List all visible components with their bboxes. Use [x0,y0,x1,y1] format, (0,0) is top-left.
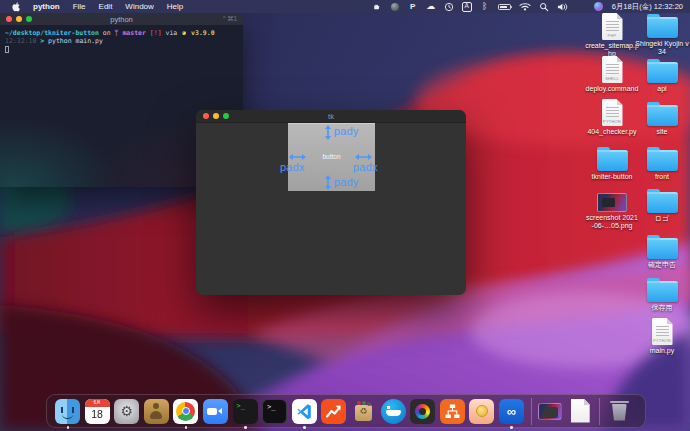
desktop-icon-tax-folder[interactable]: 確定申告 [635,234,689,269]
desktop-icon-api-folder[interactable]: api [635,58,689,93]
desktop-icon-tkniter-button-folder[interactable]: tkniter-button [585,146,639,181]
dock-item-trash[interactable] [607,399,632,424]
p-app-icon[interactable]: P [408,1,418,12]
dock-item-iterm[interactable]: >_ [262,399,287,424]
terminal-window-title: python [0,15,243,24]
dock-item-appcleaner[interactable]: ♻ [351,399,376,424]
person-icon [144,399,169,424]
time-machine-icon[interactable] [444,1,454,12]
terminal-titlebar[interactable]: python ⌃⌘1 [0,13,243,25]
git-branch-icon: ᛘ [115,29,119,37]
dock-item-quicktime[interactable] [410,399,435,424]
padx-left-arrow-icon [289,153,306,161]
desktop-icon-site-folder[interactable]: site [635,101,689,136]
recycle-bag-icon: ♻ [351,399,376,424]
git-branch-name: master [122,29,145,37]
cloud-icon[interactable]: ☁ [426,1,436,12]
control-center-icon[interactable] [576,3,586,11]
wifi-icon[interactable] [519,1,531,12]
desktop-icon-404-checker-py[interactable]: PYTHON 404_checker.py [585,99,639,136]
file-icon: PYTHON [652,318,673,345]
running-indicator [303,426,306,429]
desktop-icon-label: site [635,128,689,136]
trend-arrow-icon [321,399,346,424]
padx-right-label: padx [353,161,378,173]
desktop-icon-label: create_sitemap.php [585,42,639,57]
dock-item-system-preferences[interactable]: ⚙ [114,399,139,424]
pancake-icon [469,399,494,424]
video-camera-icon [203,399,228,424]
dock-item-contacts[interactable] [144,399,169,424]
menu-item-help[interactable]: Help [167,2,183,11]
menu-item-window[interactable]: Window [125,2,153,11]
file-icon: PHP [602,13,623,40]
folder-icon [647,150,678,171]
input-method-icon[interactable]: A [462,2,472,12]
gear-icon: ⚙ [114,399,139,424]
dock-item-database-app[interactable] [469,399,494,424]
python-icon [182,31,186,35]
prompt-line-2: 12:32:10 > python main.py [5,37,238,45]
desktop-icon-create-sitemap-php[interactable]: PHP create_sitemap.php [585,13,639,57]
siri-icon[interactable] [594,1,604,12]
file-type-badge: SHELL [602,76,623,81]
menu-item-file[interactable]: File [73,2,86,11]
dock: 6月 18 ⚙ >_ >_ ♻ [46,394,646,428]
running-indicator [510,426,513,429]
dock-item-calendar[interactable]: 6月 18 [85,399,110,424]
padx-right-arrow-icon [355,153,372,161]
dock-item-vscode[interactable] [292,399,317,424]
folder-icon [647,105,678,126]
desktop-icon-save-folder[interactable]: 保存用 [635,277,689,312]
desktop-icon-screenshot-png[interactable]: screenshot 2021-06-…05.png [585,188,639,229]
volume-icon[interactable] [557,1,568,12]
dock-item-sitemap-app[interactable] [440,399,465,424]
desktop-icon-label: screenshot 2021-06-…05.png [585,214,639,229]
desktop-icon-deploy-command[interactable]: SHELL deploy.command [585,56,639,93]
dock-item-recent-document[interactable] [568,399,593,424]
desktop-icon-label: deploy.command [585,85,639,93]
menu-bar: python File Edit Window Help P ☁ A ᛒ 6月1… [0,0,690,13]
dock-item-zoom[interactable] [203,399,228,424]
dock-item-chrome[interactable] [173,399,198,424]
running-indicator [67,426,70,429]
folder-icon [647,62,678,83]
tk-window: tk button pady pady padx padx [196,110,466,295]
menu-bar-clock[interactable]: 6月18日(金) 12:32:20 [612,2,683,12]
dock-item-docker[interactable] [381,399,406,424]
tk-titlebar[interactable]: tk [196,110,466,123]
hand-icon[interactable] [372,1,382,12]
desktop-icon-front-folder[interactable]: front [635,146,689,181]
dock-item-minimized-window[interactable] [538,399,563,424]
org-chart-icon [440,399,465,424]
dock-item-chart-arrow-app[interactable] [321,399,346,424]
file-icon: PYTHON [602,99,623,126]
document-icon [571,399,590,423]
python-version: v3.9.0 [191,29,214,37]
dock-item-finder[interactable] [55,399,80,424]
desktop-icon-logo-folder[interactable]: ロゴ [635,188,689,223]
pady-bottom-label: pady [334,176,359,188]
spotlight-icon[interactable] [539,1,549,12]
desktop-icon-label: 保存用 [635,304,689,312]
menu-app-name[interactable]: python [33,2,60,11]
image-thumbnail-icon [597,193,627,212]
folder-icon [647,17,678,38]
on-word: on [103,29,111,37]
dock-separator [599,398,600,425]
desktop-icon-label: 404_checker.py [585,128,639,136]
terminal-icon: >_ [233,399,258,424]
desktop-icon-main-py[interactable]: PYTHON main.py [635,318,689,355]
dock-item-infinity-app[interactable]: ∞ [499,399,524,424]
vscode-icon [292,399,317,424]
apple-menu-icon[interactable] [10,1,20,12]
battery-icon[interactable] [498,1,511,12]
sphere-app-icon[interactable] [390,1,400,12]
trash-icon [610,400,629,422]
bluetooth-icon[interactable]: ᛒ [480,1,490,12]
typed-command: python main.py [48,37,103,45]
dock-item-terminal[interactable]: >_ [233,399,258,424]
desktop-icon-shingeki-folder[interactable]: Shingeki Kyojin v34 [635,13,689,55]
folder-icon [597,150,628,171]
menu-item-edit[interactable]: Edit [99,2,113,11]
